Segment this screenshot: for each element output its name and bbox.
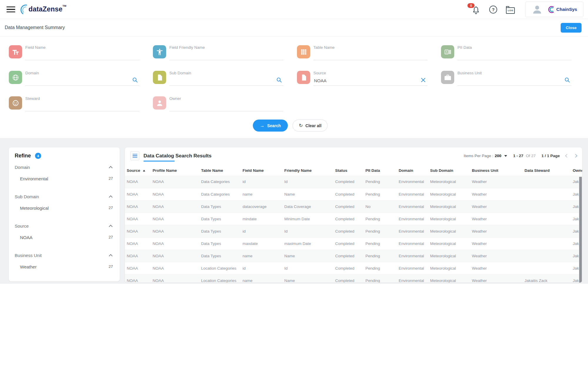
icon-face: [9, 96, 22, 110]
cell-profile-name: NOAA: [153, 250, 201, 262]
field-name-input[interactable]: [25, 51, 139, 60]
refine-filter-meteorological[interactable]: Meteorological 27: [15, 206, 114, 211]
column-header-business-unit[interactable]: Business Unit: [472, 165, 524, 176]
clear-icon[interactable]: [420, 77, 426, 83]
field-sub-domain: Sub Domain: [153, 71, 283, 86]
table-row[interactable]: NOAANOAAData TypesdatacoverageData Cover…: [125, 200, 582, 213]
icon-accessibility: [153, 45, 166, 58]
cell-source: NOAA: [125, 200, 153, 213]
search-icon[interactable]: [132, 77, 138, 83]
column-header-field-name[interactable]: Field Name: [243, 165, 284, 176]
table-row[interactable]: NOAANOAAData CategoriesnameNameCompleted…: [125, 188, 582, 200]
refine-filter-noaa[interactable]: NOAA 27: [15, 235, 114, 240]
owner-input[interactable]: [169, 102, 283, 111]
cell-profile-name: NOAA: [153, 188, 201, 200]
source-input[interactable]: [313, 77, 427, 86]
search-icon[interactable]: [276, 77, 282, 83]
table-row[interactable]: NOAANOAALocation CategoriesnameNameCompl…: [125, 274, 582, 283]
column-header-profile-name[interactable]: Profile Name: [153, 165, 201, 176]
cell-sub-domain: Meteorological: [430, 250, 472, 262]
next-page-chevron-icon[interactable]: [574, 154, 577, 158]
field-label: PII Data: [457, 45, 572, 50]
clear-all-button-label: Clear all: [305, 123, 321, 128]
notifications-button[interactable]: 0: [472, 3, 480, 16]
close-button[interactable]: Close: [561, 23, 582, 33]
cell-domain: Environmental: [399, 237, 430, 250]
field-owner: Owner: [153, 96, 283, 111]
cell-data-steward: [524, 262, 573, 274]
column-header-label: Friendly Name: [284, 168, 312, 173]
cell-sub-domain: Meteorological: [430, 213, 472, 225]
pii-data-input[interactable]: [457, 51, 572, 60]
field-label: Field Friendly Name: [169, 45, 283, 50]
table-row[interactable]: NOAANOAAData TypesnameNameCompletedPendi…: [125, 250, 582, 262]
cell-field-name: name: [243, 188, 284, 200]
cell-field-name: maxdate: [243, 237, 284, 250]
refine-filter-weather[interactable]: Weather 27: [15, 264, 114, 269]
field-label: Steward: [25, 96, 139, 101]
results-header: Data Catalog Search Results Items Per Pa…: [125, 151, 582, 160]
previous-page-chevron-icon[interactable]: [565, 154, 569, 158]
steward-input[interactable]: [25, 102, 139, 111]
items-per-page-dropdown[interactable]: Items Per Page : 200: [464, 154, 507, 158]
sub-domain-input[interactable]: [169, 77, 283, 86]
avatar[interactable]: [532, 4, 543, 15]
cell-data-steward: [524, 237, 573, 250]
table-header-row: SourceProfile NameTable NameField NameFr…: [125, 165, 582, 176]
business-unit-input[interactable]: [457, 77, 572, 86]
cell-pii-data: Pending: [365, 262, 399, 274]
cell-sub-domain: Meteorological: [430, 262, 472, 274]
table-row[interactable]: NOAANOAAData TypesidIdCompletedPendingEn…: [125, 225, 582, 237]
column-header-source[interactable]: Source: [125, 165, 153, 176]
search-button[interactable]: → Search: [253, 120, 288, 132]
cell-sub-domain: Meteorological: [430, 200, 472, 213]
field-friendly-name-input[interactable]: [169, 51, 283, 60]
column-header-domain[interactable]: Domain: [399, 165, 430, 176]
help-glyph: ?: [492, 7, 495, 12]
column-header-friendly-name[interactable]: Friendly Name: [284, 165, 335, 176]
icon-person: [153, 96, 166, 110]
cell-source: NOAA: [125, 237, 153, 250]
column-header-owner[interactable]: Owner: [573, 165, 582, 176]
column-header-table-name[interactable]: Table Name: [201, 165, 243, 176]
cell-table-name: Data Categories: [201, 188, 243, 200]
hamburger-menu-icon[interactable]: [6, 6, 15, 13]
cell-friendly-name: Id: [284, 262, 335, 274]
results-section: Refine 4 Domain Environmental 27 Sub Dom…: [0, 138, 588, 284]
vertical-scrollbar[interactable]: [579, 177, 582, 283]
log-icon[interactable]: LOG: [506, 7, 515, 14]
table-row[interactable]: NOAANOAAData Typesmaxdatemaximum DateCom…: [125, 237, 582, 250]
cell-status: Completed: [335, 237, 365, 250]
cell-data-steward: [524, 188, 573, 200]
column-header-pii-data[interactable]: PII Data: [365, 165, 399, 176]
column-header-data-steward[interactable]: Data Steward: [524, 165, 573, 176]
results-range-current: 1 - 27: [513, 154, 523, 158]
search-icon[interactable]: [564, 77, 570, 83]
refine-filter-environmental[interactable]: Environmental 27: [15, 176, 114, 181]
cell-data-steward: Jakaitis Zack: [524, 274, 573, 283]
cell-sub-domain: Meteorological: [430, 176, 472, 188]
domain-input[interactable]: [25, 77, 139, 86]
cell-pii-data: Pending: [365, 237, 399, 250]
pagination: Items Per Page : 200 1 - 27 Of 27 1 / 1 …: [464, 154, 577, 158]
table-row[interactable]: NOAANOAAData TypesmindateMinimum DateCom…: [125, 213, 582, 225]
list-view-icon[interactable]: [130, 151, 139, 160]
clear-all-button[interactable]: ↻ Clear all: [293, 120, 328, 132]
cell-data-steward: [524, 200, 573, 213]
refine-group-label: Sub Domain: [15, 194, 39, 199]
field-label: Owner: [169, 96, 283, 101]
cell-source: NOAA: [125, 274, 153, 283]
cell-profile-name: NOAA: [153, 225, 201, 237]
scrollbar-thumb[interactable]: [579, 177, 582, 283]
table-name-input[interactable]: [313, 51, 427, 60]
cell-table-name: Data Types: [201, 225, 243, 237]
table-row[interactable]: NOAANOAALocation CategoriesidIdCompleted…: [125, 262, 582, 274]
column-header-label: PII Data: [365, 168, 380, 173]
table-row[interactable]: NOAANOAAData CategoriesidIdCompletedPend…: [125, 176, 582, 188]
cell-domain: Environmental: [399, 188, 430, 200]
column-header-status[interactable]: Status: [335, 165, 365, 176]
cell-status: Completed: [335, 213, 365, 225]
column-header-sub-domain[interactable]: Sub Domain: [430, 165, 472, 176]
help-icon[interactable]: ?: [489, 6, 497, 14]
logo-arc-icon: [20, 3, 28, 16]
